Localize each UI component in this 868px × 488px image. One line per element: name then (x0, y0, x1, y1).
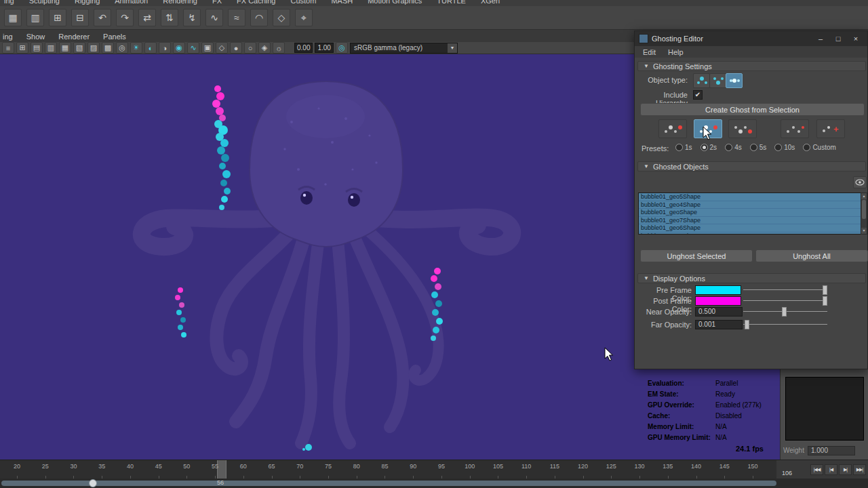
ghost-preset-custom-frames-button[interactable] (781, 119, 809, 138)
post-frame-slider-handle[interactable] (823, 296, 827, 306)
field-chart-icon[interactable]: ▧ (73, 42, 85, 54)
ghosted-objects-list[interactable]: bubble01_geo5Shapebubble01_geo4Shapebubb… (638, 192, 862, 235)
far-opacity-slider-handle[interactable] (745, 320, 749, 329)
snap-grid-icon[interactable]: ⊞ (49, 9, 66, 26)
menuset-tab-motion-graphics[interactable]: Motion Graphics (368, 0, 422, 6)
close-button[interactable]: × (847, 33, 865, 45)
menuset-tab-animation[interactable]: Animation (115, 0, 148, 6)
editor-menu-help[interactable]: Help (668, 48, 684, 56)
near-opacity-field[interactable]: 0.500 (695, 307, 743, 317)
menuset-tab-xgen[interactable]: XGen (481, 0, 500, 6)
workspace-layout-icon[interactable]: ▦ (4, 9, 22, 26)
remove-key-icon[interactable]: ↷ (116, 9, 134, 26)
object-type-hierarchy-button[interactable] (709, 73, 726, 88)
exposure-field[interactable]: 0.00 (294, 43, 313, 53)
list-item[interactable]: bubble01_geo5Shape (639, 193, 861, 201)
curve-smooth-icon[interactable]: ∿ (205, 9, 223, 26)
weight-field[interactable]: 1.000 (808, 446, 855, 455)
post-frame-slider[interactable] (743, 300, 827, 301)
ghosting-icon[interactable]: ⌖ (295, 9, 313, 26)
minimize-button[interactable]: – (812, 33, 829, 45)
safe-title-icon[interactable]: ▩ (102, 42, 114, 54)
unghost-selected-button[interactable]: Unghost Selected (640, 249, 753, 262)
list-item[interactable]: bubble01_geoShape (639, 209, 861, 217)
stack-keys-icon[interactable]: ⇅ (161, 9, 178, 26)
resolution-gate-icon[interactable]: ▥ (45, 42, 57, 54)
list-scrollbar[interactable]: ▴ ▾ (861, 192, 867, 235)
menuset-tab-rendering[interactable]: Rendering (163, 0, 197, 6)
visibility-eye-button[interactable] (853, 176, 867, 188)
object-type-all-button[interactable] (726, 73, 743, 88)
lighting-icon[interactable]: ☀ (130, 42, 142, 54)
preset-radio-10s[interactable]: 10s (774, 144, 795, 151)
post-frame-swatch[interactable] (695, 296, 741, 306)
far-opacity-field[interactable]: 0.001 (695, 320, 743, 329)
preset-radio-5s[interactable]: 5s (750, 144, 767, 151)
menuset-tab-fx[interactable]: FX (212, 0, 222, 6)
shadows-icon[interactable]: ◐ (144, 42, 157, 54)
list-item[interactable]: bubble01_geo6Shape (639, 224, 861, 232)
range-slider[interactable] (1, 481, 776, 486)
display-options-section-header[interactable]: ▼ Display Options (637, 273, 866, 283)
radio-icon[interactable] (725, 144, 732, 151)
object-type-selected-button[interactable] (693, 73, 710, 88)
scroll-down-icon[interactable]: ▾ (861, 228, 867, 234)
gate-mask-icon[interactable]: ▦ (59, 42, 71, 54)
curve-simplify-icon[interactable]: ≈ (228, 9, 245, 26)
textured-icon[interactable]: ▣ (201, 42, 214, 54)
camera-attributes-icon[interactable]: ◎ (116, 42, 128, 54)
preset-radio-4s[interactable]: 4s (725, 144, 742, 151)
workspace-split-icon[interactable]: ▥ (26, 9, 44, 26)
list-item[interactable]: bubble01_geo4Shape (639, 201, 861, 209)
menuset-tab-ing[interactable]: ing (4, 0, 14, 6)
radio-icon[interactable] (675, 144, 683, 151)
ambient-occlusion-icon[interactable]: ◑ (159, 42, 171, 54)
scroll-up-icon[interactable]: ▴ (861, 193, 867, 199)
shaded-icon[interactable]: ● (230, 42, 242, 54)
menuset-tab-custom[interactable]: Custom (291, 0, 317, 6)
preset-radio-2s[interactable]: 2s (701, 144, 717, 151)
pre-frame-slider[interactable] (743, 289, 827, 290)
film-gate-icon[interactable]: ▤ (31, 42, 43, 54)
snapshot-icon[interactable]: ◇ (273, 9, 290, 26)
include-hierarchy-checkbox[interactable]: ✔ (693, 90, 703, 100)
break-tangent-icon[interactable]: ↯ (183, 9, 201, 26)
panel-menu-item-show[interactable]: Show (26, 33, 45, 41)
go-to-end-button[interactable]: ▶▶| (853, 464, 866, 475)
pre-frame-slider-handle[interactable] (823, 285, 827, 295)
go-to-start-button[interactable]: |◀◀ (810, 464, 823, 475)
create-ghost-button[interactable]: Create Ghost from Selection (640, 103, 865, 116)
panel-menu-item-renderer[interactable]: Renderer (58, 33, 90, 41)
antialiasing-icon[interactable]: ◉ (173, 42, 185, 54)
ghost-preset-add-button[interactable]: + (816, 119, 845, 138)
gamma-icon[interactable]: ☼ (273, 42, 285, 54)
preset-radio-custom[interactable]: Custom (803, 144, 835, 151)
isolate-select-icon[interactable]: ◈ (258, 42, 271, 54)
color-management-icon[interactable]: ◎ (336, 42, 348, 54)
near-opacity-slider-handle[interactable] (782, 307, 787, 317)
swap-buffer-icon[interactable]: ⇄ (138, 9, 156, 26)
ghosting-editor-titlebar[interactable]: Ghosting Editor – □ × (635, 31, 867, 46)
radio-icon[interactable] (803, 144, 810, 151)
unghost-all-button[interactable]: Unghost All (755, 249, 868, 262)
ghost-preset-range-button[interactable] (728, 119, 757, 138)
menuset-tab-fx-caching[interactable]: FX Caching (237, 0, 275, 6)
gamma-field[interactable]: 1.00 (315, 43, 333, 53)
far-opacity-slider[interactable] (743, 324, 827, 325)
snap-view-icon[interactable]: ⊟ (71, 9, 89, 26)
menu-icon[interactable]: ≡ (2, 42, 14, 54)
editor-menu-edit[interactable]: Edit (643, 48, 656, 56)
ghosting-settings-section-header[interactable]: ▼ Ghosting Settings (637, 61, 866, 71)
curve-arc-icon[interactable]: ◠ (250, 9, 268, 26)
step-back-button[interactable]: |◀ (825, 464, 837, 475)
scrollbar-thumb[interactable] (862, 200, 866, 219)
maximize-button[interactable]: □ (829, 33, 847, 45)
safe-action-icon[interactable]: ▨ (87, 42, 100, 54)
menuset-tab-mash[interactable]: MASH (331, 0, 353, 6)
view-transform-dropdown[interactable]: sRGB gamma (legacy) ▼ (350, 43, 458, 54)
preset-radio-1s[interactable]: 1s (675, 144, 692, 151)
time-slider[interactable]: 2025303540455055606570758085909510010511… (0, 460, 776, 479)
wireframe-icon[interactable]: ◇ (216, 42, 228, 54)
radio-icon[interactable] (750, 144, 757, 151)
list-item[interactable]: bubble01_geo1Shape (639, 232, 861, 235)
